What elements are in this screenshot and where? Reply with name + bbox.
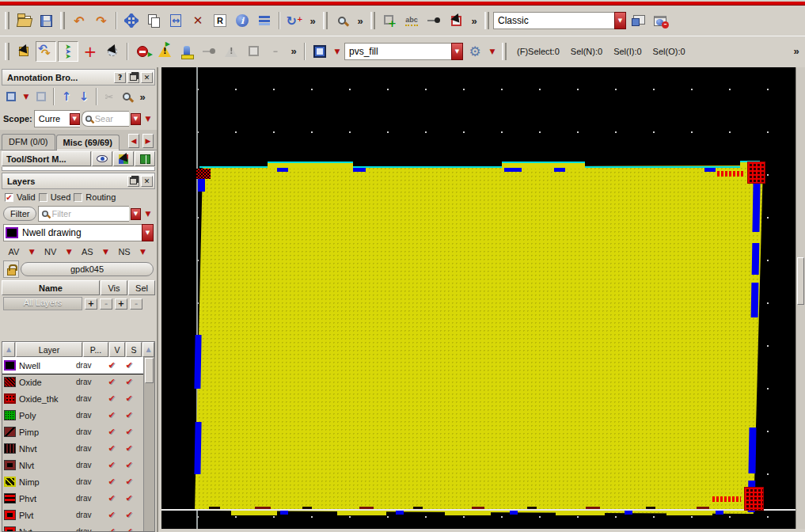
area-select-button[interactable] xyxy=(446,10,466,31)
vis-plus-button[interactable]: + xyxy=(85,298,97,310)
visible-checkbox[interactable] xyxy=(103,510,120,520)
move-button[interactable] xyxy=(121,10,142,31)
selectable-checkbox[interactable] xyxy=(120,360,138,370)
sel-plus-button[interactable]: + xyxy=(115,298,127,310)
visible-checkbox[interactable] xyxy=(103,427,120,437)
lock-button[interactable] xyxy=(3,260,19,278)
layer-filter-field[interactable]: Filter xyxy=(38,206,129,222)
dropdown-button[interactable] xyxy=(131,208,141,220)
toolbar-grip[interactable] xyxy=(323,12,328,29)
probe-button[interactable] xyxy=(199,41,219,62)
float-panel-button[interactable] xyxy=(127,72,139,83)
visible-checkbox[interactable] xyxy=(103,377,120,387)
layers-column-button[interactable] xyxy=(113,151,134,166)
ns-label[interactable]: NS xyxy=(118,247,130,256)
layer-table-scrollbar[interactable] xyxy=(143,357,154,531)
annotation-select-dropdown[interactable] xyxy=(21,93,32,101)
table-row[interactable]: Nlvtdrav xyxy=(2,457,143,473)
sel-minus-button[interactable]: - xyxy=(130,298,142,310)
marker-button[interactable] xyxy=(177,41,197,62)
zoom-button[interactable] xyxy=(332,10,352,31)
selectable-checkbox[interactable] xyxy=(120,410,138,420)
float-panel-button[interactable] xyxy=(127,176,139,187)
table-row[interactable]: Pimpdrav xyxy=(2,424,143,440)
annotation-panel-titlebar[interactable]: Annotation Bro... xyxy=(2,69,155,86)
visible-checkbox[interactable] xyxy=(103,526,120,531)
open-button[interactable] xyxy=(13,10,34,31)
close-panel-button[interactable] xyxy=(141,72,153,83)
toolbar-grip[interactable] xyxy=(502,43,507,60)
visible-checkbox[interactable] xyxy=(103,443,120,454)
warning-next-button[interactable] xyxy=(154,41,175,62)
active-layer-combo[interactable]: Nwell drawing xyxy=(3,224,154,241)
layers-panel-titlebar[interactable]: Layers xyxy=(2,173,155,189)
visibility-column-button[interactable] xyxy=(92,151,112,166)
scrollbar-thumb[interactable] xyxy=(797,257,804,305)
cascade-windows-button[interactable] xyxy=(628,10,648,31)
copy-button[interactable] xyxy=(143,10,164,31)
rotate-button[interactable]: R xyxy=(210,10,230,31)
close-window-button[interactable] xyxy=(650,10,670,31)
properties-button[interactable]: i xyxy=(232,10,253,31)
selectable-checkbox[interactable] xyxy=(120,427,138,437)
annotation-search-field[interactable]: Sear xyxy=(82,111,129,127)
table-row[interactable]: Nvtdrav xyxy=(2,523,143,531)
create-wire-button[interactable] xyxy=(423,10,444,31)
annotation-search-button[interactable] xyxy=(119,89,135,104)
tab-misc[interactable]: Misc (69/69) xyxy=(56,135,120,150)
av-label[interactable]: AV xyxy=(8,247,19,256)
table-row[interactable]: Oxide_thkdrav xyxy=(2,390,143,407)
toolbar-grip[interactable] xyxy=(60,12,65,29)
view-mode-combo[interactable]: Classic xyxy=(493,12,626,29)
visible-checkbox[interactable] xyxy=(103,393,120,404)
table-row[interactable]: Polydrav xyxy=(2,407,143,424)
scroll-up-button[interactable] xyxy=(142,342,154,357)
table-row[interactable]: Nwelldrav xyxy=(2,357,143,374)
next-annotation-button[interactable]: ↓ xyxy=(76,89,92,104)
filter-button[interactable]: Filter xyxy=(3,207,36,221)
visible-checkbox[interactable] xyxy=(103,360,120,370)
sort-button[interactable] xyxy=(2,342,15,357)
settings-dropdown[interactable] xyxy=(487,48,498,55)
column-sel[interactable]: Sel xyxy=(128,280,155,295)
lasso-select-button[interactable] xyxy=(102,41,123,62)
dropdown-button[interactable] xyxy=(614,12,626,29)
visible-checkbox[interactable] xyxy=(103,477,120,487)
toolbar-overflow-chevron[interactable] xyxy=(287,43,300,60)
toolbar-overflow-chevron[interactable] xyxy=(790,43,803,60)
tab-scroll-right-button[interactable]: ▶ xyxy=(142,134,154,148)
selectable-checkbox[interactable] xyxy=(120,377,138,387)
ns-dropdown[interactable] xyxy=(138,248,149,256)
visible-checkbox[interactable] xyxy=(103,493,120,504)
stretch-button[interactable]: ↔ xyxy=(165,10,186,31)
toolbar-overflow-chevron[interactable] xyxy=(136,88,149,105)
nv-label[interactable]: NV xyxy=(44,247,56,256)
warning-prev-button[interactable] xyxy=(221,41,241,62)
selectable-checkbox[interactable] xyxy=(120,510,138,520)
create-label-button[interactable]: abc xyxy=(401,10,422,31)
cell-view-dropdown[interactable] xyxy=(332,48,343,55)
redo-button[interactable]: ↷ xyxy=(91,10,112,31)
selectable-checkbox[interactable] xyxy=(120,443,138,454)
selectable-checkbox[interactable] xyxy=(120,477,138,487)
visible-checkbox[interactable] xyxy=(103,460,120,470)
save-button[interactable] xyxy=(36,10,56,31)
column-purpose[interactable]: P... xyxy=(83,342,108,357)
remove-button[interactable]: – xyxy=(265,41,286,62)
selectable-checkbox[interactable] xyxy=(120,393,138,404)
routing-checkbox[interactable] xyxy=(74,193,82,202)
search-options-dropdown[interactable] xyxy=(142,115,154,123)
filter-options-dropdown[interactable] xyxy=(142,210,154,218)
delete-button[interactable]: ✕ xyxy=(188,10,208,31)
settings-button[interactable]: ⚙ xyxy=(465,41,485,62)
library-column-button[interactable] xyxy=(135,151,155,166)
selectable-checkbox[interactable] xyxy=(120,460,138,470)
annotation-select-button[interactable] xyxy=(3,89,19,104)
dropdown-button[interactable] xyxy=(70,113,80,125)
dropdown-button[interactable] xyxy=(131,113,141,125)
scrollbar-thumb[interactable] xyxy=(145,358,154,383)
scope-combo[interactable]: Curre xyxy=(34,110,80,127)
vis-minus-button[interactable]: - xyxy=(100,298,112,310)
refresh-button[interactable]: ↻+ xyxy=(284,10,305,31)
toolbar-overflow-chevron[interactable] xyxy=(306,12,319,29)
